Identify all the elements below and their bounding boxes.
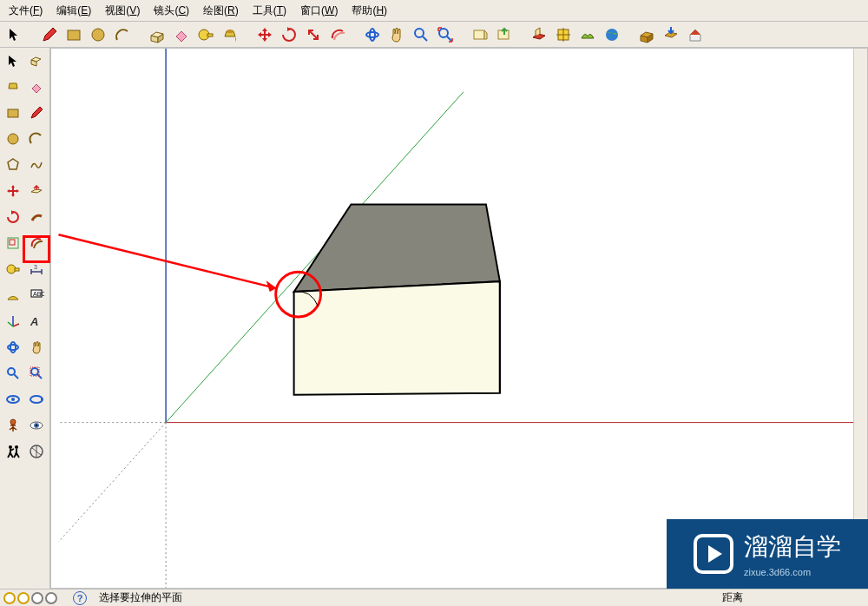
svg-point-35	[36, 425, 38, 427]
text-tool-l[interactable]: ABC	[26, 284, 49, 306]
svg-point-27	[31, 368, 38, 375]
menu-file[interactable]: 文件(F)	[3, 2, 48, 20]
dimension-tool-l[interactable]: 3	[26, 258, 49, 280]
indicator-1[interactable]	[3, 592, 16, 604]
watermark-sub: zixue.3d66.com	[744, 567, 841, 577]
paint-bucket-tool-l[interactable]	[2, 76, 24, 98]
axis-y-green-neg	[58, 423, 166, 543]
eraser-tool-l[interactable]	[26, 76, 49, 98]
svg-rect-17	[10, 240, 15, 245]
rectangle-tool-l[interactable]	[2, 102, 24, 124]
toggle-terrain-tool[interactable]	[576, 23, 599, 46]
menu-view[interactable]: 视图(V)	[100, 2, 145, 20]
line-tool-l[interactable]	[26, 102, 49, 124]
orbit-tool-l[interactable]	[2, 336, 24, 359]
annotation	[58, 234, 320, 317]
menu-edit[interactable]: 编辑(E)	[51, 2, 96, 20]
next-view-tool-l[interactable]	[26, 388, 49, 411]
scale-tool-l[interactable]	[2, 232, 24, 254]
get-model-tool[interactable]	[469, 23, 491, 46]
warehouse-upload-tool[interactable]	[635, 23, 658, 46]
menu-window[interactable]: 窗口(W)	[295, 2, 343, 20]
make-component-tool[interactable]	[26, 49, 49, 72]
status-indicators	[3, 592, 57, 604]
rotate-tool[interactable]	[278, 23, 300, 46]
viewport-3d[interactable]	[50, 48, 868, 589]
model-box	[294, 204, 500, 394]
rotate-tool-l[interactable]	[2, 206, 24, 228]
place-model-tool[interactable]	[528, 23, 550, 46]
move-tool-l[interactable]	[2, 180, 24, 202]
menu-tools[interactable]: 工具(T)	[247, 2, 292, 20]
offset-tool[interactable]	[326, 23, 349, 46]
warehouse-download-tool[interactable]	[660, 23, 682, 46]
walk-tool-l[interactable]	[2, 440, 24, 463]
section-plane-tool-l[interactable]	[26, 440, 49, 463]
circle-tool-l[interactable]	[2, 128, 24, 150]
move-tool[interactable]	[253, 23, 276, 46]
rectangle-tool[interactable]	[62, 23, 85, 46]
svg-point-8	[439, 29, 448, 37]
tape-measure-tool[interactable]	[194, 23, 217, 46]
svg-point-4	[227, 30, 233, 33]
left-toolbar: 3 ABC A	[0, 48, 50, 589]
help-icon[interactable]: ?	[73, 591, 87, 605]
svg-point-6	[370, 29, 375, 41]
axes-tool-l[interactable]	[2, 310, 24, 333]
google-earth-tool[interactable]	[601, 23, 623, 46]
scrollbar-vertical[interactable]	[853, 49, 867, 588]
look-around-tool-l[interactable]	[26, 414, 49, 437]
3d-text-tool-l[interactable]: A	[26, 310, 49, 333]
statusbar: ? 选择要拉伸的平面 距离	[0, 589, 868, 606]
svg-rect-13	[8, 109, 18, 117]
circle-tool[interactable]	[87, 23, 109, 46]
indicator-2[interactable]	[17, 592, 30, 604]
indicator-4[interactable]	[45, 592, 57, 604]
zoom-tool-l[interactable]	[2, 362, 24, 385]
freehand-tool-l[interactable]	[26, 154, 49, 176]
tape-tool-l[interactable]	[2, 258, 24, 280]
pan-tool[interactable]	[385, 23, 408, 46]
follow-me-tool-l[interactable]	[26, 206, 49, 228]
push-pull-tool-l[interactable]	[26, 180, 49, 202]
menu-draw[interactable]: 绘图(R)	[198, 2, 244, 20]
zoom-extents-tool[interactable]	[434, 23, 457, 46]
get-location-tool[interactable]	[552, 23, 575, 46]
zoom-window-tool-l[interactable]	[26, 362, 49, 385]
svg-point-37	[15, 445, 18, 449]
indicator-3[interactable]	[31, 592, 43, 604]
paint-bucket-tool[interactable]	[219, 23, 241, 46]
svg-rect-3	[207, 34, 213, 36]
position-camera-tool-l[interactable]	[2, 414, 24, 437]
share-model-tool[interactable]	[493, 23, 516, 46]
svg-point-12	[606, 29, 618, 41]
eraser-tool[interactable]	[170, 23, 193, 46]
svg-point-30	[11, 398, 15, 401]
svg-text:A: A	[30, 315, 38, 328]
arc-tool[interactable]	[111, 23, 134, 46]
warehouse-home-tool[interactable]	[684, 23, 707, 46]
prev-view-tool-l[interactable]	[2, 388, 24, 411]
arc-tool-l[interactable]	[26, 128, 49, 150]
push-pull-tool[interactable]	[146, 23, 168, 46]
polygon-tool-l[interactable]	[2, 154, 24, 176]
svg-point-1	[92, 29, 104, 41]
menu-camera[interactable]: 镜头(C)	[148, 2, 194, 20]
protractor-tool-l[interactable]	[2, 284, 24, 306]
zoom-tool[interactable]	[410, 23, 432, 46]
play-icon	[694, 534, 733, 574]
pencil-tool[interactable]	[38, 23, 61, 46]
watermark: 溜溜自学 zixue.3d66.com	[667, 519, 868, 589]
pan-tool-l[interactable]	[26, 336, 49, 359]
svg-marker-39	[294, 204, 500, 292]
svg-point-24	[8, 345, 18, 350]
scale-tool[interactable]	[302, 23, 325, 46]
menu-help[interactable]: 帮助(H)	[346, 2, 392, 20]
menubar: 文件(F) 编辑(E) 视图(V) 镜头(C) 绘图(R) 工具(T) 窗口(W…	[0, 0, 868, 22]
select-tool[interactable]	[3, 23, 26, 46]
orbit-tool[interactable]	[361, 23, 384, 46]
select-tool-l[interactable]	[2, 49, 24, 72]
svg-point-5	[366, 32, 378, 37]
svg-rect-9	[474, 30, 484, 39]
offset-tool-l[interactable]	[26, 232, 49, 254]
